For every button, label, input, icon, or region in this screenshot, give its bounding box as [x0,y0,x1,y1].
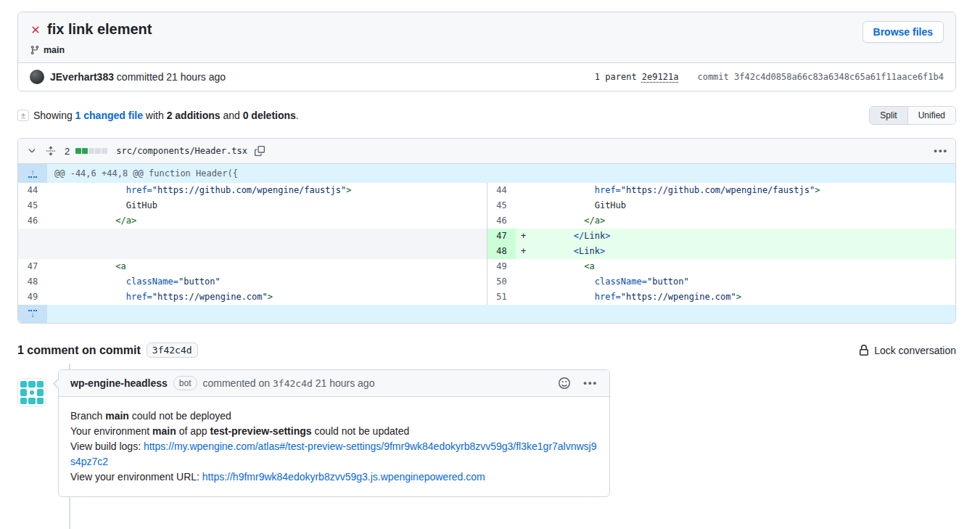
unified-view-button[interactable]: Unified [907,107,955,124]
expand-row-filler [47,305,955,323]
split-diff-table: ↑@@ -44,6 +44,8 @@ function Header({44 h… [18,164,955,323]
branch-name: main [44,45,65,55]
code-line [47,244,487,259]
line-number[interactable]: 45 [487,198,516,213]
parent-info: 1 parent 2e9121a [595,72,679,82]
changed-file-link[interactable]: 1 changed file [75,110,143,121]
diff-file-box: 2 src/components/Header.tsx ••• ↑@@ -44,… [17,138,956,324]
line-number[interactable]: 50 [487,274,516,290]
bot-badge: bot [173,376,197,390]
parent-sha-link[interactable]: 2e9121a [642,72,679,82]
collapse-file-icon[interactable]: ± [17,110,29,121]
code-line: href="https://wpengine.com"> [516,290,955,305]
commit-title: fix link element [47,21,152,38]
expand-down-button[interactable]: ↓ [18,305,47,323]
code-line: </a> [47,213,487,229]
diff-file-header: 2 src/components/Header.tsx ••• [18,139,955,164]
comment-options-kebab-icon[interactable]: ••• [583,380,598,387]
unfold-all-icon[interactable] [44,144,57,157]
line-number[interactable]: 51 [487,290,516,305]
code-line: href="https://wpengine.com"> [47,290,487,305]
commit-page: fix link element main Browse files JEver… [17,12,956,529]
code-line: + </Link> [516,229,955,244]
diffstat-added-block [82,148,88,154]
line-number[interactable]: 49 [18,290,47,305]
commit-header-top: fix link element main Browse files [18,12,955,63]
code-line: </a> [516,213,955,229]
build-logs-link[interactable]: https://my.wpengine.com/atlas#/test-prev… [70,440,597,467]
bot-avatar[interactable] [17,378,46,407]
line-number[interactable]: 48 [487,244,516,259]
chevron-down-icon[interactable] [25,144,38,157]
commit-sha-info: commit 3f42c4d0858a66c83a6348c65a61f11aa… [697,72,944,82]
diff-filename-link[interactable]: src/components/Header.tsx [116,146,247,156]
code-line: GitHub [47,198,487,213]
committer-text: JEverhart383 committed 21 hours ago [50,71,226,83]
showing-summary: Showing 1 changed file with 2 additions … [33,110,299,121]
line-number[interactable]: 45 [18,198,47,213]
commit-sha: 3f42c4d0858a66c83a6348c65a61f11aace6f1b4 [734,72,944,82]
diffstat-neutral-block [88,148,94,154]
code-line: <a [47,259,487,274]
comment-timeline-area: wp-engine-headless bot commented on 3f42… [17,369,956,529]
diffstat-added-block [75,148,81,154]
comment-box: wp-engine-headless bot commented on 3f42… [58,369,610,497]
line-number[interactable]: 47 [487,229,516,244]
comment-line-3: View build logs: https://my.wpengine.com… [70,439,598,469]
diffstat-neutral-block [95,148,101,154]
code-line: className="button" [516,274,955,290]
line-number[interactable]: 46 [487,213,516,229]
reaction-smiley-icon[interactable] [557,376,572,390]
comment-meta: commented on 3f42c4d 21 hours ago [203,377,375,389]
code-line: + <Link> [516,244,955,259]
hunk-header: @@ -44,6 +44,8 @@ function Header({ [47,164,955,183]
browse-files-button[interactable]: Browse files [862,21,944,43]
code-line: <a [516,259,955,274]
comment-body: Branch main could not be deployed Your e… [59,397,609,496]
comment-line-4: View your environment URL: https://h9fmr… [70,469,598,485]
line-number[interactable]: 46 [18,213,47,229]
comment-line-2: Your environment main of app test-previe… [70,424,598,439]
commit-header-box: fix link element main Browse files JEver… [17,12,956,91]
comment-caret [53,378,59,390]
committer-row: JEverhart383 committed 21 hours ago 1 pa… [18,63,955,91]
diffstat-neutral-block [102,148,107,154]
comment-line-1: Branch main could not be deployed [70,409,598,424]
diffstat-blocks [75,148,107,154]
comment-header: wp-engine-headless bot commented on 3f42… [59,370,609,397]
line-number [18,244,47,259]
git-branch-icon [30,45,40,55]
committer-name-link[interactable]: JEverhart383 [50,71,114,83]
line-number[interactable]: 49 [487,259,516,274]
environment-url-link[interactable]: https://h9fmr9wk84edokyrb8zvv59g3.js.wpe… [202,471,485,483]
status-failed-x-icon[interactable] [30,24,41,36]
commit-sha-chip: 3f42c4d [147,343,198,358]
file-options-kebab-icon[interactable]: ••• [934,147,948,155]
diff-view-toggle: Split Unified [869,106,956,125]
code-line [47,229,487,244]
line-number[interactable]: 44 [487,183,516,198]
diffstat-count: 2 [65,146,70,157]
comments-heading: 1 comment on commit 3f42c4d Lock convers… [17,343,956,358]
diff-toolbar: ± Showing 1 changed file with 2 addition… [17,106,956,125]
line-number [18,229,47,244]
committer-avatar[interactable] [30,70,44,84]
code-line: href="https://github.com/wpengine/faustj… [47,183,487,198]
comments-count-title: 1 comment on commit [17,344,141,357]
lock-conversation-button[interactable]: Lock conversation [858,345,956,356]
lock-icon [858,345,870,356]
copy-path-icon[interactable] [253,144,266,157]
comment-author-link[interactable]: wp-engine-headless [70,377,168,389]
line-number[interactable]: 44 [18,183,47,198]
line-number[interactable]: 47 [18,259,47,274]
code-line: className="button" [47,274,487,290]
code-line: href="https://github.com/wpengine/faustj… [516,183,955,198]
line-number[interactable]: 48 [18,274,47,290]
expand-up-button[interactable]: ↑ [18,164,47,183]
split-view-button[interactable]: Split [870,107,907,124]
code-line: GitHub [516,198,955,213]
